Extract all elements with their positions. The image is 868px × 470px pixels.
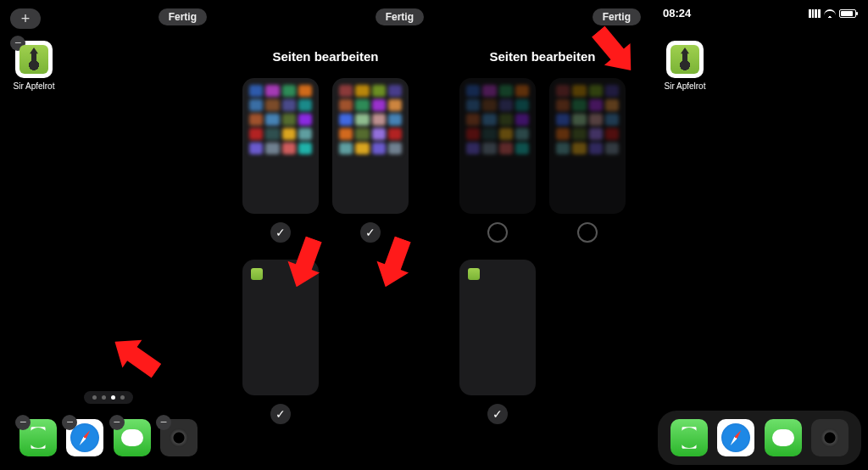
dock-app-safari[interactable] <box>717 419 754 456</box>
dock: − − − − <box>7 411 210 465</box>
battery-icon <box>839 9 856 18</box>
dock-app-phone[interactable] <box>670 419 708 456</box>
thumb-app-grid <box>466 85 529 188</box>
dock-app-phone[interactable]: − <box>19 419 57 456</box>
thumb-app-grid <box>556 85 619 188</box>
edit-pages-title: Seiten bearbeiten <box>217 49 434 64</box>
status-time: 08:24 <box>663 7 691 20</box>
page-visible-toggle-1[interactable]: ✓ <box>270 222 291 243</box>
panel-edit-pages-checked: Fertig Seiten bearbeiten ✓ ✓ ✓ <box>217 0 434 470</box>
sir-apfelrot-icon <box>670 45 699 74</box>
page-indicator[interactable] <box>84 391 133 404</box>
status-bar: 08:24 <box>651 7 868 20</box>
thumb-app-grid <box>339 85 402 188</box>
remove-badge-icon[interactable]: − <box>109 415 125 430</box>
done-button[interactable]: Fertig <box>159 8 207 25</box>
page-visible-toggle-1[interactable] <box>487 222 508 243</box>
page-thumbnail-2[interactable] <box>549 78 626 214</box>
thumb-app-grid <box>249 85 312 188</box>
page-thumbnail-1[interactable] <box>242 78 319 214</box>
page-visible-toggle-2[interactable]: ✓ <box>360 222 381 243</box>
dock-app-camera[interactable] <box>811 419 849 456</box>
remove-badge-icon[interactable]: − <box>15 415 31 430</box>
remove-badge-icon[interactable]: − <box>62 415 77 430</box>
panel-home-normal: 08:24 Sir Apfelrot <box>651 0 868 470</box>
dock-app-safari[interactable]: − <box>66 419 103 456</box>
wifi-icon <box>824 9 836 18</box>
page-visible-toggle-3[interactable]: ✓ <box>270 404 291 424</box>
signal-icon <box>809 9 821 18</box>
panel-home-jiggle: + Fertig − Sir Apfelrot − − − − <box>0 0 217 470</box>
page-thumbnail-3[interactable] <box>459 260 536 395</box>
app-icon-sir-apfelrot[interactable]: − Sir Apfelrot <box>15 41 53 78</box>
sir-apfelrot-icon <box>19 45 48 74</box>
page-thumbnail-2[interactable] <box>332 78 409 214</box>
dock-app-messages[interactable] <box>765 419 802 456</box>
app-icon-sir-apfelrot[interactable]: Sir Apfelrot <box>666 41 704 78</box>
dock <box>658 411 861 465</box>
thumb-single-app-icon <box>251 268 263 280</box>
status-indicators <box>809 7 856 20</box>
remove-badge-icon[interactable]: − <box>156 415 171 430</box>
done-button[interactable]: Fertig <box>376 8 424 25</box>
dock-app-messages[interactable]: − <box>114 419 151 456</box>
dock-app-camera[interactable]: − <box>160 419 198 456</box>
page-visible-toggle-2[interactable] <box>577 222 598 243</box>
thumb-single-app-icon <box>468 268 480 280</box>
page-visible-toggle-3[interactable]: ✓ <box>487 404 508 424</box>
app-label: Sir Apfelrot <box>14 81 55 91</box>
app-label: Sir Apfelrot <box>665 81 706 91</box>
add-widget-button[interactable]: + <box>10 8 41 29</box>
page-thumbnail-1[interactable] <box>459 78 536 214</box>
